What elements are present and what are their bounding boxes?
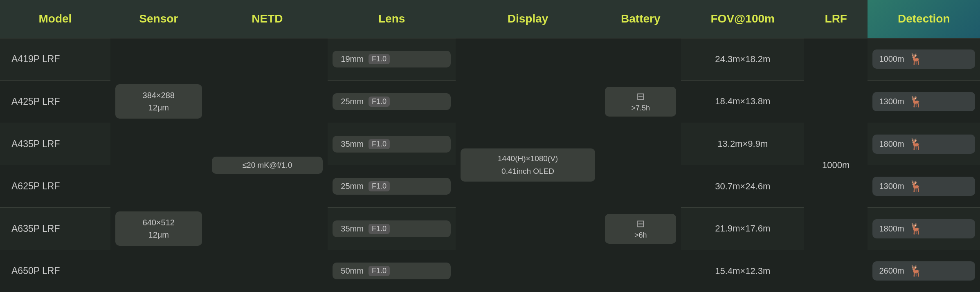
header-detection: Detection — [868, 0, 980, 38]
detection-a435p: 1800m 🦌 — [868, 123, 980, 165]
lens-a650p: 50mm F1.0 — [328, 250, 456, 292]
lens-mm-a435p: 35mm — [341, 139, 364, 149]
detection-badge-a625p: 1300m 🦌 — [872, 177, 975, 196]
lens-mm-a625p: 25mm — [341, 182, 364, 191]
detection-dist-a650p: 2600m — [879, 266, 904, 276]
detection-a419p: 1000m 🦌 — [868, 38, 980, 81]
lrf-cell: 1000m — [804, 38, 868, 292]
lens-badge-a435p: 35mm F1.0 — [333, 136, 451, 153]
display-res: 1440(H)×1080(V) — [468, 153, 588, 165]
detection-a625p: 1300m 🦌 — [868, 165, 980, 208]
lens-badge-a425p: 25mm F1.0 — [333, 93, 451, 110]
detection-badge-a635p: 1800m 🦌 — [872, 219, 975, 238]
lens-mm-a419p: 19mm — [341, 54, 364, 64]
lens-a419p: 19mm F1.0 — [328, 38, 456, 81]
detection-dist-a635p: 1800m — [879, 224, 904, 234]
detection-a635p: 1800m 🦌 — [868, 208, 980, 250]
model-a435p: A435P LRF — [0, 123, 110, 165]
lens-badge-a419p: 19mm F1.0 — [333, 51, 451, 67]
table-row: A419P LRF 384×288 12μm ≤20 mK@f/1.0 19mm… — [0, 38, 980, 81]
display-type: 0.41inch OLED — [468, 165, 588, 177]
display-cell: 1440(H)×1080(V) 0.41inch OLED — [456, 38, 600, 292]
header-sensor: Sensor — [110, 0, 207, 38]
battery-badge-1: ⊟ >7.5h — [605, 87, 676, 117]
lens-a625p: 25mm F1.0 — [328, 165, 456, 208]
lens-f-a435p: F1.0 — [369, 139, 390, 149]
display-badge: 1440(H)×1080(V) 0.41inch OLED — [461, 148, 595, 182]
fov-a625p: 30.7m×24.6m — [681, 165, 804, 208]
detection-badge-a419p: 1000m 🦌 — [872, 49, 975, 69]
deer-icon-a425p: 🦌 — [909, 95, 922, 108]
lens-f-a625p: F1.0 — [369, 181, 390, 191]
detection-a650p: 2600m 🦌 — [868, 250, 980, 292]
sensor-res-1: 384×288 — [123, 89, 195, 101]
netd-badge: ≤20 mK@f/1.0 — [212, 157, 323, 174]
sensor-badge-1: 384×288 12μm — [115, 84, 202, 119]
lens-mm-a425p: 25mm — [341, 97, 364, 106]
sensor-um-2: 12μm — [123, 229, 195, 241]
lens-a635p: 35mm F1.0 — [328, 208, 456, 250]
fov-a435p: 13.2m×9.9m — [681, 123, 804, 165]
deer-icon-a650p: 🦌 — [909, 265, 922, 277]
detection-a425p: 1300m 🦌 — [868, 81, 980, 123]
model-a425p: A425P LRF — [0, 81, 110, 123]
lens-badge-a650p: 50mm F1.0 — [333, 263, 451, 279]
deer-icon-a635p: 🦌 — [909, 222, 922, 235]
fov-a425p: 18.4m×13.8m — [681, 81, 804, 123]
header-fov: FOV@100m — [681, 0, 804, 38]
detection-dist-a625p: 1300m — [879, 182, 904, 191]
comparison-table: Model Sensor NETD Lens Display Battery F… — [0, 0, 980, 292]
battery-badge-2: ⊟ >6h — [605, 214, 676, 244]
detection-dist-a435p: 1800m — [879, 139, 904, 149]
sensor-badge-2: 640×512 12μm — [115, 211, 202, 246]
battery-icon-2: ⊟ — [636, 218, 645, 229]
lens-f-a425p: F1.0 — [369, 97, 390, 107]
netd-cell: ≤20 mK@f/1.0 — [207, 38, 328, 292]
deer-icon-a435p: 🦌 — [909, 138, 922, 150]
battery-icon-1: ⊟ — [636, 91, 645, 102]
sensor-group2: 640×512 12μm — [110, 165, 207, 292]
detection-badge-a425p: 1300m 🦌 — [872, 92, 975, 111]
header-lens: Lens — [328, 0, 456, 38]
sensor-group1: 384×288 12μm — [110, 38, 207, 165]
header-netd: NETD — [207, 0, 328, 38]
battery-label-1: >7.5h — [632, 104, 650, 112]
lens-a425p: 25mm F1.0 — [328, 81, 456, 123]
fov-a635p: 21.9m×17.6m — [681, 208, 804, 250]
fov-a419p: 24.3m×18.2m — [681, 38, 804, 81]
lens-badge-a625p: 25mm F1.0 — [333, 178, 451, 195]
detection-dist-a425p: 1300m — [879, 97, 904, 106]
header-lrf: LRF — [804, 0, 868, 38]
battery-group1: ⊟ >7.5h — [600, 38, 681, 165]
battery-group2: ⊟ >6h — [600, 165, 681, 292]
detection-badge-a650p: 2600m 🦌 — [872, 261, 975, 281]
fov-a650p: 15.4m×12.3m — [681, 250, 804, 292]
sensor-um-1: 12μm — [123, 101, 195, 114]
lens-f-a419p: F1.0 — [369, 54, 390, 64]
sensor-res-2: 640×512 — [123, 216, 195, 229]
detection-badge-a435p: 1800m 🦌 — [872, 135, 975, 154]
deer-icon-a419p: 🦌 — [909, 53, 922, 65]
header-display: Display — [456, 0, 600, 38]
lens-f-a635p: F1.0 — [369, 224, 390, 234]
lens-a435p: 35mm F1.0 — [328, 123, 456, 165]
battery-label-2: >6h — [634, 231, 647, 240]
model-a625p: A625P LRF — [0, 165, 110, 208]
model-a635p: A635P LRF — [0, 208, 110, 250]
header-model: Model — [0, 0, 110, 38]
deer-icon-a625p: 🦌 — [909, 180, 922, 193]
lens-badge-a635p: 35mm F1.0 — [333, 220, 451, 237]
lens-mm-a635p: 35mm — [341, 224, 364, 234]
detection-dist-a419p: 1000m — [879, 54, 904, 64]
model-a650p: A650P LRF — [0, 250, 110, 292]
header-battery: Battery — [600, 0, 681, 38]
model-a419p: A419P LRF — [0, 38, 110, 81]
lens-mm-a650p: 50mm — [341, 266, 364, 276]
lens-f-a650p: F1.0 — [369, 266, 390, 276]
